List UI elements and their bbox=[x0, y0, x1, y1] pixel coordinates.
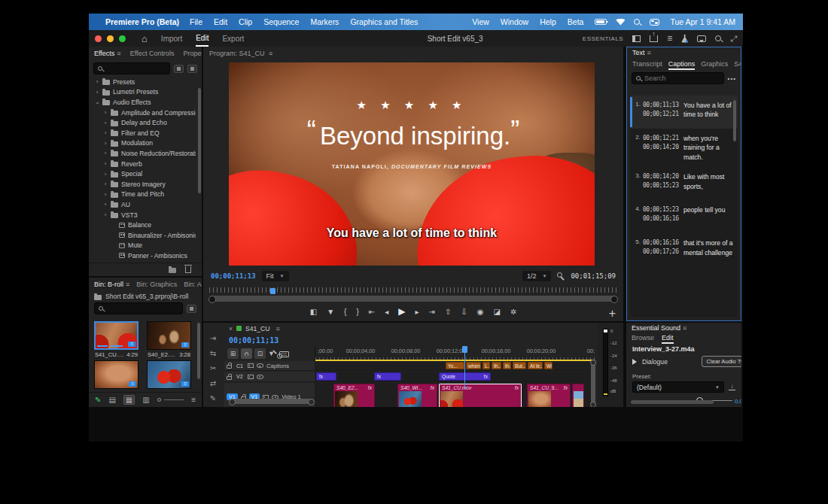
timeline-timecode[interactable]: 00;00;11;13 bbox=[229, 336, 279, 345]
icon-view-icon[interactable]: ▦ bbox=[123, 395, 135, 405]
tree-item[interactable]: ›VST3 bbox=[89, 210, 196, 220]
caption-clip[interactable]: th... bbox=[503, 362, 511, 369]
freeform-view-icon[interactable]: ▥ bbox=[142, 396, 149, 404]
nav-edit[interactable]: Edit bbox=[196, 31, 209, 47]
caption-row[interactable]: 3.00;00;14;2000;00;15;23Like with most s… bbox=[630, 167, 738, 200]
track-header[interactable]: C1Captions bbox=[224, 361, 315, 370]
tab-captions[interactable]: Captions bbox=[668, 58, 696, 70]
minimize-window-button[interactable] bbox=[107, 35, 114, 42]
effects-search-input[interactable] bbox=[93, 62, 170, 74]
tree-item[interactable]: ›Stereo Imagery bbox=[89, 179, 196, 190]
caption-row[interactable]: 1.00;00;11;1300;00;12;21You have a lot o… bbox=[630, 96, 738, 129]
caption-text[interactable]: Like with most sports, bbox=[682, 172, 735, 195]
preset-select[interactable]: (Default)▼ bbox=[632, 381, 724, 393]
button-editor-plus[interactable]: + bbox=[609, 307, 616, 320]
export-frame-icon[interactable]: ◉ bbox=[477, 308, 484, 316]
tree-item[interactable]: Binauralizer - Ambisonics bbox=[89, 230, 196, 241]
graphic-clip[interactable]: fx bbox=[316, 372, 336, 381]
graphic-clip[interactable]: fx bbox=[374, 372, 401, 381]
playback-resolution-dropdown[interactable]: 1/2▼ bbox=[522, 271, 551, 281]
caption-text[interactable]: that it's more of a mental challenge bbox=[682, 238, 735, 261]
close-window-button[interactable] bbox=[95, 35, 102, 42]
step-back-icon[interactable]: ◂ bbox=[385, 308, 388, 316]
zoom-fit-dropdown[interactable]: Fit▼ bbox=[262, 271, 289, 281]
caption-row[interactable]: 2.00;00;12;2100;00;14;20when you're trai… bbox=[630, 129, 738, 167]
fullscreen-icon[interactable]: ⤢ bbox=[730, 34, 737, 44]
tree-item[interactable]: ›Presets bbox=[89, 77, 196, 87]
caption-row[interactable]: 5.00;00;16;1600;00;17;26that it's more o… bbox=[630, 233, 738, 266]
comparison-view-icon[interactable]: ◧ bbox=[310, 308, 317, 316]
clip-thumbnail[interactable]: ⠿ bbox=[94, 321, 139, 350]
tree-item[interactable]: ›Delay and Echo bbox=[89, 117, 196, 128]
settings-icon[interactable]: ✲ bbox=[510, 308, 516, 316]
track-lock-icon[interactable] bbox=[227, 376, 232, 380]
program-scrollbar[interactable] bbox=[209, 296, 617, 302]
edit-pencil-icon[interactable]: ✎ bbox=[95, 396, 101, 404]
settings-wrench-icon[interactable] bbox=[557, 272, 565, 280]
feedback-icon[interactable] bbox=[697, 35, 706, 42]
tree-item[interactable]: ›Time and Pitch bbox=[89, 190, 196, 200]
tab-edit[interactable]: Edit bbox=[662, 332, 674, 344]
zoom-window-button[interactable] bbox=[119, 35, 126, 42]
caption-clip[interactable]: Yo... bbox=[446, 362, 464, 369]
chevron-icon[interactable]: › bbox=[103, 129, 108, 136]
tab-transcript[interactable]: Transcript bbox=[632, 60, 662, 68]
nav-import[interactable]: Import bbox=[161, 32, 182, 46]
tab-bin-audio[interactable]: Bin: Au bbox=[184, 281, 202, 288]
bin-menu-icon[interactable]: ≡ bbox=[191, 396, 196, 404]
chevron-icon[interactable]: › bbox=[103, 211, 108, 218]
menubar-item[interactable]: Beta bbox=[568, 17, 584, 26]
track-header[interactable]: V2 bbox=[224, 372, 315, 381]
menubar-item[interactable]: Edit bbox=[214, 17, 227, 26]
caption-clip[interactable]: th... bbox=[492, 362, 501, 369]
menubar-item[interactable]: Help bbox=[540, 17, 556, 26]
linked-selection-icon[interactable]: ⊡ bbox=[254, 348, 266, 359]
delete-icon[interactable] bbox=[185, 266, 191, 273]
tab-cutoff[interactable]: S4 bbox=[734, 60, 741, 68]
bin-item[interactable]: ⠿S41_CU_9...4:00 bbox=[94, 360, 139, 390]
insert-as-nested-icon[interactable]: ⊞ bbox=[227, 348, 239, 359]
timeline-vscrollbar[interactable] bbox=[591, 361, 595, 406]
32bit-effects-filter-icon[interactable] bbox=[187, 65, 197, 73]
chevron-icon[interactable]: › bbox=[103, 171, 108, 178]
program-video-frame[interactable]: ★ ★ ★ ★ ★ “ Beyond inspiring.” TATIANA N… bbox=[229, 62, 595, 266]
program-current-timecode[interactable]: 00;00;11;13 bbox=[211, 272, 256, 280]
quick-export-icon[interactable] bbox=[650, 35, 658, 42]
mark-out-icon[interactable]: } bbox=[356, 308, 358, 316]
track-chip[interactable]: V2 bbox=[235, 374, 245, 379]
menubar-item[interactable]: Clip bbox=[239, 17, 252, 26]
bin-scrollbar[interactable] bbox=[197, 323, 200, 379]
video-clip[interactable]: S41_CU.movfx bbox=[439, 384, 522, 407]
go-to-out-icon[interactable]: ⇥ bbox=[428, 308, 434, 316]
clip-thumbnail[interactable]: ⠿ bbox=[147, 321, 191, 350]
tab-program[interactable]: Program: S41_CU bbox=[209, 50, 265, 57]
video-clip[interactable]: S41_CU_9...fx bbox=[527, 384, 571, 407]
track-visibility-icon[interactable] bbox=[257, 375, 263, 379]
essential-sound-hscrollbar[interactable] bbox=[631, 400, 714, 404]
timeline-menu-icon[interactable]: ≡ bbox=[276, 325, 280, 332]
menubar-item[interactable]: Markers bbox=[310, 17, 339, 26]
lift-icon[interactable]: ⇧ bbox=[445, 308, 451, 316]
chevron-icon[interactable]: › bbox=[103, 140, 108, 147]
caption-text[interactable]: when you're training for a match. bbox=[682, 134, 735, 162]
razor-tool[interactable]: ✂ bbox=[210, 364, 216, 372]
caption-clip[interactable]: At le... bbox=[528, 362, 543, 369]
tab-effects[interactable]: Effects≡ bbox=[94, 50, 121, 57]
tree-item[interactable]: ›Amplitude and Compression bbox=[89, 108, 196, 118]
more-options-icon[interactable]: ••• bbox=[728, 75, 736, 82]
chevron-icon[interactable]: › bbox=[95, 78, 99, 85]
chevron-icon[interactable]: › bbox=[95, 89, 99, 96]
step-forward-icon[interactable]: ▸ bbox=[415, 308, 419, 316]
track-content[interactable]: Yo...when...L...th...th...But...At le...… bbox=[315, 361, 595, 370]
menubar-item[interactable]: File bbox=[190, 17, 202, 26]
timeline-hscrollbar[interactable] bbox=[230, 399, 313, 404]
chevron-icon[interactable]: › bbox=[103, 201, 108, 208]
tree-item[interactable]: ›AU bbox=[89, 199, 196, 210]
audio-type-label[interactable]: Dialogue bbox=[642, 358, 668, 366]
accelerated-effects-filter-icon[interactable] bbox=[174, 65, 184, 73]
play-icon[interactable]: ▶ bbox=[398, 306, 405, 317]
tab-sequence[interactable]: S41_CU bbox=[245, 325, 269, 332]
thumbnail-zoom-slider[interactable] bbox=[157, 398, 184, 402]
track-content[interactable]: S40_E2...fxS40_WI...fxS41_CU.movfxS41_CU… bbox=[315, 383, 595, 407]
caption-clip[interactable]: L... bbox=[482, 362, 490, 369]
